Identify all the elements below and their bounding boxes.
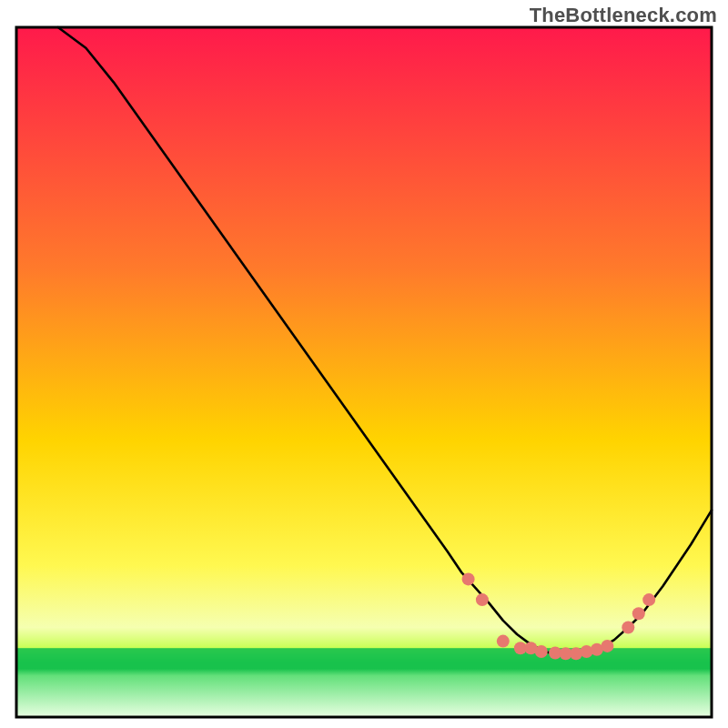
attribution-label: TheBottleneck.com bbox=[530, 4, 717, 27]
data-dot bbox=[642, 593, 655, 606]
data-dot bbox=[622, 622, 634, 634]
data-dot bbox=[462, 572, 475, 585]
data-dot bbox=[632, 607, 645, 620]
bottleneck-curve-chart bbox=[0, 0, 728, 728]
data-dot bbox=[601, 640, 613, 652]
data-dot bbox=[535, 645, 548, 658]
data-dot bbox=[476, 593, 489, 606]
data-dot bbox=[497, 635, 510, 648]
chart-background bbox=[16, 27, 712, 717]
